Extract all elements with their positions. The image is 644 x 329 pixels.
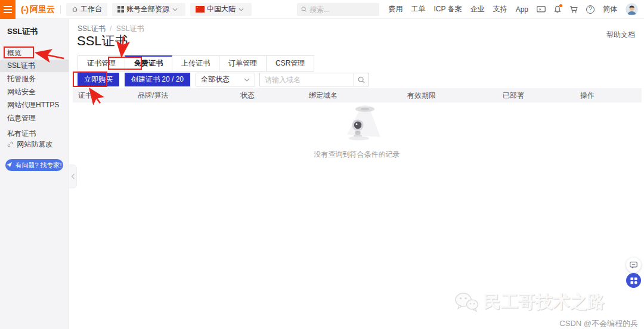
feedback-chat-button[interactable] bbox=[626, 257, 641, 272]
search-icon bbox=[301, 6, 307, 13]
column-deployed: 已部署 bbox=[497, 91, 575, 101]
user-avatar[interactable] bbox=[626, 3, 638, 15]
column-status: 状态 bbox=[235, 91, 304, 101]
sidebar-item-info-management[interactable]: 信息管理 bbox=[0, 111, 69, 125]
chat-bubble-icon bbox=[630, 262, 637, 269]
tab-certificate-management[interactable]: 证书管理 bbox=[78, 55, 125, 72]
nav-link-app[interactable]: App bbox=[516, 5, 528, 14]
tab-bar: 证书管理 免费证书 上传证书 订单管理 CSR管理 bbox=[78, 55, 314, 72]
chevron-left-icon bbox=[71, 173, 75, 179]
pen-icon bbox=[7, 162, 13, 168]
help-icon[interactable]: ? bbox=[586, 5, 595, 14]
breadcrumb-separator: / bbox=[110, 24, 112, 33]
notifications-bell-icon[interactable] bbox=[554, 5, 561, 14]
empty-ufo-illustration bbox=[324, 104, 390, 144]
tab-order-management[interactable]: 订单管理 bbox=[219, 55, 267, 72]
sidebar-item-https-proxy[interactable]: 网站代理HTTPS bbox=[0, 98, 69, 111]
aliyun-logo-mark: (-) bbox=[21, 4, 28, 14]
divider bbox=[60, 5, 61, 14]
breadcrumb-current: SSL证书 bbox=[116, 24, 144, 33]
nav-link-icp[interactable]: ICP 备案 bbox=[434, 4, 462, 14]
workbench-label: 工作台 bbox=[80, 4, 102, 14]
aliyun-logo[interactable]: (-) 阿里云 bbox=[21, 4, 55, 15]
sidebar-item-overview[interactable]: 概览 bbox=[0, 46, 69, 60]
table-header-row: 证书 品牌/算法 状态 绑定域名 有效期限 已部署 操作 bbox=[73, 88, 642, 103]
column-certificate: 证书 bbox=[73, 91, 132, 101]
top-navigation: (-) 阿里云 工作台 账号全部资源 中国大陆 费用 工单 ICP 备案 企业 … bbox=[0, 0, 644, 19]
empty-state-text: 没有查询到符合条件的记录 bbox=[70, 150, 644, 160]
hamburger-menu-button[interactable] bbox=[0, 0, 16, 19]
column-validity: 有效期限 bbox=[402, 91, 497, 101]
sidebar-item-hosting-service[interactable]: 托管服务 bbox=[0, 72, 69, 85]
language-switch[interactable]: 简体 bbox=[603, 4, 617, 14]
global-search-input[interactable] bbox=[309, 5, 374, 14]
cart-icon[interactable] bbox=[569, 5, 578, 14]
account-resources-dropdown[interactable]: 账号全部资源 bbox=[112, 3, 185, 16]
sidebar-item-anti-tamper[interactable]: 网站防篡改 bbox=[0, 138, 69, 151]
app-center-button[interactable] bbox=[626, 273, 641, 288]
create-certificate-button[interactable]: 创建证书 20 / 20 bbox=[125, 73, 190, 86]
grid-icon bbox=[117, 6, 124, 13]
chevron-down-icon bbox=[172, 8, 178, 11]
tab-csr-management[interactable]: CSR管理 bbox=[266, 55, 314, 72]
workbench-button[interactable]: 工作台 bbox=[66, 3, 107, 16]
domain-search-button[interactable] bbox=[354, 73, 369, 86]
sidebar-item-ssl-certificates[interactable]: SSL证书 bbox=[0, 60, 69, 72]
sidebar: SSL证书 概览 SSL证书 托管服务 网站安全 网站代理HTTPS 信息管理 … bbox=[0, 19, 69, 329]
column-actions: 操作 bbox=[575, 91, 642, 101]
search-icon bbox=[358, 76, 365, 83]
tab-upload-certificate[interactable]: 上传证书 bbox=[172, 55, 219, 72]
column-bound-domain: 绑定域名 bbox=[304, 91, 402, 101]
help-docs-link[interactable]: 帮助文档 bbox=[606, 30, 635, 40]
domain-search-input[interactable] bbox=[259, 73, 354, 86]
ask-expert-button[interactable]: 有问题? 找专家! bbox=[5, 159, 63, 171]
region-selector[interactable]: 中国大陆 bbox=[190, 3, 252, 16]
page-title: SSL证书 bbox=[77, 32, 128, 50]
nav-link-tickets[interactable]: 工单 bbox=[411, 4, 426, 14]
nav-link-billing[interactable]: 费用 bbox=[389, 4, 403, 14]
sidebar-title: SSL证书 bbox=[0, 19, 69, 37]
topnav-links: 费用 工单 ICP 备案 企业 支持 App ? 简体 bbox=[389, 3, 638, 15]
apps-grid-icon bbox=[630, 277, 637, 284]
aliyun-logo-text: 阿里云 bbox=[30, 4, 55, 15]
console-icon[interactable] bbox=[537, 6, 546, 13]
sidebar-item-website-security[interactable]: 网站安全 bbox=[0, 85, 69, 98]
chevron-down-icon bbox=[244, 78, 250, 82]
nav-link-support[interactable]: 支持 bbox=[493, 4, 507, 14]
main-content: SSL证书 / SSL证书 帮助文档 SSL证书 证书管理 免费证书 上传证书 … bbox=[70, 19, 644, 329]
sidebar-item-private-certificates[interactable]: 私有证书 bbox=[0, 125, 69, 138]
status-filter-select[interactable]: 全部状态 bbox=[196, 73, 255, 86]
buy-now-button[interactable]: 立即购买 bbox=[78, 73, 119, 86]
breadcrumb-ssl[interactable]: SSL证书 bbox=[78, 24, 106, 33]
china-flag-icon bbox=[196, 6, 205, 13]
link-icon bbox=[7, 141, 13, 147]
global-search[interactable] bbox=[297, 3, 379, 16]
nav-link-enterprise[interactable]: 企业 bbox=[470, 4, 485, 14]
chevron-down-icon bbox=[239, 8, 244, 11]
empty-state: 没有查询到符合条件的记录 bbox=[70, 104, 644, 160]
column-brand-algorithm: 品牌/算法 bbox=[132, 91, 235, 101]
home-icon bbox=[72, 6, 78, 13]
sidebar-collapse-handle[interactable] bbox=[69, 164, 77, 188]
notification-dot bbox=[559, 4, 562, 7]
account-resources-label: 账号全部资源 bbox=[126, 4, 169, 14]
region-label: 中国大陆 bbox=[207, 4, 236, 14]
toolbar: 立即购买 创建证书 20 / 20 全部状态 bbox=[78, 73, 369, 86]
tab-free-certificates[interactable]: 免费证书 bbox=[125, 55, 172, 72]
sidebar-menu: 概览 SSL证书 托管服务 网站安全 网站代理HTTPS 信息管理 私有证书 网… bbox=[0, 46, 69, 151]
